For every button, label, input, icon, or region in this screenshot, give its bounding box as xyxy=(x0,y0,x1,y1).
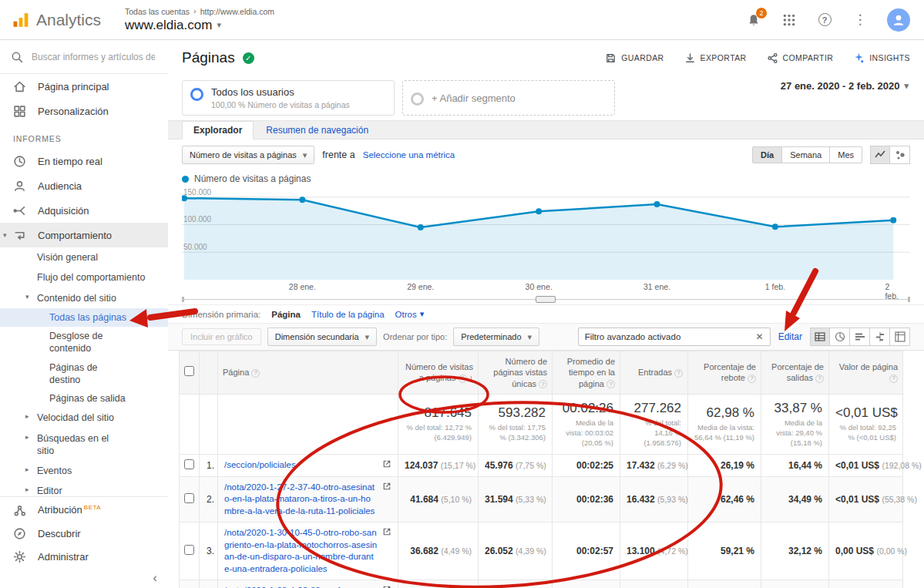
pivot-view-button[interactable] xyxy=(890,328,910,346)
app-header: Analytics Todas las cuentas › http://www… xyxy=(0,0,924,40)
row-checkbox[interactable] xyxy=(184,545,194,555)
sidebar-item-site-search[interactable]: ▸ Búsquedas en el sitio xyxy=(0,428,168,462)
help-button[interactable]: ? xyxy=(816,12,833,29)
sidebar-item-behavior-flow[interactable]: Flujo del comportamiento xyxy=(0,267,168,287)
analytics-logo[interactable]: Analytics xyxy=(0,11,108,29)
insights-label: INSIGHTS xyxy=(869,53,910,62)
sidebar-item-exit-pages[interactable]: Páginas de salida xyxy=(0,389,168,408)
table-row[interactable]: 3. /nota/2020-1-30-10-45-0-otro-robo-san… xyxy=(180,522,903,580)
granularity-day-button[interactable]: Día xyxy=(752,146,782,163)
sort-type-dropdown[interactable]: Predeterminado ▾ xyxy=(453,328,539,346)
table-row[interactable]: 4. /nota/2020-1-28-4-28-32-confeso-que-m… xyxy=(180,580,903,588)
column-header-exit-rate[interactable]: Porcentaje de salidas? xyxy=(761,351,829,395)
select-metric-link[interactable]: Seleccione una métrica xyxy=(363,150,455,160)
reports-section-label: INFORMES xyxy=(0,123,168,149)
chart-scrollbar[interactable] xyxy=(182,295,910,304)
sidebar-collapse-button[interactable]: ‹ xyxy=(0,568,168,588)
save-button[interactable]: GUARDAR xyxy=(605,52,664,64)
segment-all-users[interactable]: Todos los usuarios 100,00 % Número de vi… xyxy=(182,80,395,116)
sidebar-item-content-drilldown[interactable]: Desglose de contenido xyxy=(0,327,168,358)
scrollbar-handle[interactable] xyxy=(536,296,556,303)
sidebar-item-events[interactable]: ▸ Eventos xyxy=(0,461,168,481)
row-checkbox[interactable] xyxy=(184,459,194,469)
column-header-bounce-rate[interactable]: Porcentaje de rebote? xyxy=(688,351,761,395)
date-range-selector[interactable]: 27 ene. 2020 - 2 feb. 2020 ▾ xyxy=(781,80,909,92)
column-header-unique-pageviews[interactable]: Número de páginas vistas únicas? xyxy=(479,351,553,395)
advanced-filter-box[interactable]: Filtro avanzado activado ✕ xyxy=(578,328,771,346)
select-all-checkbox[interactable] xyxy=(184,366,194,376)
column-header-page-value[interactable]: Valor de página? xyxy=(829,351,903,395)
segment-circle-icon xyxy=(190,88,203,101)
column-header-avg-time[interactable]: Promedio de tiempo en la página? xyxy=(553,351,620,395)
external-link-icon[interactable] xyxy=(382,585,391,588)
primary-dimension-label: Dimensión primaria: xyxy=(182,310,260,319)
edit-filter-link[interactable]: Editar xyxy=(778,331,802,342)
tab-navigation-summary[interactable]: Resumen de navegación xyxy=(255,122,379,139)
share-button[interactable]: COMPARTIR xyxy=(767,52,834,64)
column-header-entrances[interactable]: Entradas? xyxy=(620,351,688,395)
sidebar-item-admin[interactable]: Administrar xyxy=(0,545,168,568)
export-button[interactable]: EXPORTAR xyxy=(684,52,747,64)
line-chart-type-button[interactable] xyxy=(870,146,890,164)
percentage-view-button[interactable] xyxy=(830,328,850,346)
apps-grid-button[interactable] xyxy=(781,12,798,29)
sidebar-item-site-speed[interactable]: ▸ Velocidad del sitio xyxy=(0,408,168,428)
data-point[interactable] xyxy=(654,201,660,207)
table-row[interactable]: 1. /seccion/policiales 124.037 (15,17 %)… xyxy=(180,455,903,477)
dimension-page[interactable]: Página xyxy=(271,310,301,319)
column-header-page[interactable]: Página? xyxy=(218,351,398,395)
secondary-dimension-dropdown[interactable]: Dimensión secundaria ▾ xyxy=(267,328,377,346)
granularity-month-button[interactable]: Mes xyxy=(830,146,862,163)
column-header-pageviews[interactable]: Número de visitas a páginas?↓ xyxy=(398,351,479,395)
page-link[interactable]: /seccion/policiales xyxy=(224,459,378,472)
close-icon[interactable]: ✕ xyxy=(756,331,764,342)
sidebar-item-realtime[interactable]: En tiempo real xyxy=(0,149,168,173)
timeline-plot[interactable]: 50.000100.000150.000 xyxy=(182,189,910,280)
sidebar-item-landing-pages[interactable]: Páginas de destino xyxy=(0,358,168,390)
breadcrumb[interactable]: Todas las cuentas › http://www.eldia.com xyxy=(125,7,274,16)
page-link[interactable]: /nota/2020-1-30-10-45-0-otro-robo-sangri… xyxy=(224,527,378,575)
table-row[interactable]: 2. /nota/2020-1-27-2-37-40-otro-asesinat… xyxy=(180,476,903,522)
plot-rows-button[interactable]: Incluir en gráfico xyxy=(182,328,261,345)
granularity-week-button[interactable]: Semana xyxy=(782,146,830,163)
motion-chart-type-button[interactable] xyxy=(890,146,910,164)
metric-selector-dropdown[interactable]: Número de visitas a páginas ▾ xyxy=(182,146,314,164)
data-point[interactable] xyxy=(890,217,896,223)
sidebar-item-audience[interactable]: Audiencia xyxy=(0,173,168,198)
user-avatar[interactable] xyxy=(887,8,910,32)
tab-explorer[interactable]: Explorador xyxy=(182,121,254,139)
data-point[interactable] xyxy=(418,224,424,230)
page-link[interactable]: /nota/2020-1-27-2-37-40-otro-asesinato-e… xyxy=(224,482,378,518)
sidebar-item-behavior[interactable]: ▾ Comportamiento xyxy=(0,223,168,247)
insights-button[interactable]: INSIGHTS xyxy=(853,52,910,64)
sidebar-item-attribution[interactable]: AtribuciónBETA xyxy=(0,499,168,522)
page-link[interactable]: /nota/2020-1-28-4-28-32-confeso-que-mato… xyxy=(224,585,378,588)
sidebar-item-acquisition[interactable]: Adquisición xyxy=(0,198,168,223)
sidebar-item-all-pages[interactable]: Todas las páginas xyxy=(0,308,168,327)
data-point[interactable] xyxy=(299,197,305,203)
breadcrumb-property[interactable]: http://www.eldia.com xyxy=(200,7,274,16)
sidebar-item-customization[interactable]: Personalización xyxy=(0,99,168,123)
search-input[interactable] xyxy=(32,52,155,62)
add-segment-button[interactable]: + Añadir segmento xyxy=(402,80,615,116)
data-point[interactable] xyxy=(772,223,778,230)
breadcrumb-root[interactable]: Todas las cuentas xyxy=(125,7,190,16)
row-checkbox[interactable] xyxy=(184,493,194,503)
external-link-icon[interactable] xyxy=(382,527,391,536)
data-table-view-button[interactable] xyxy=(810,328,830,346)
external-link-icon[interactable] xyxy=(382,459,391,469)
sidebar-item-discover[interactable]: Descubrir xyxy=(0,522,168,545)
sidebar-item-site-content[interactable]: ▾ Contenido del sitio xyxy=(0,288,168,308)
sidebar-item-behavior-overview[interactable]: Visión general xyxy=(0,247,168,267)
sidebar-item-home[interactable]: Página principal xyxy=(0,74,168,99)
notifications-button[interactable]: 2 xyxy=(745,12,762,29)
dimension-other[interactable]: Otros ▾ xyxy=(395,310,425,319)
data-point[interactable] xyxy=(536,208,542,214)
performance-view-button[interactable] xyxy=(850,328,870,346)
account-selector[interactable]: www.eldia.com ▾ xyxy=(125,18,274,33)
comparison-view-button[interactable] xyxy=(870,328,890,346)
external-link-icon[interactable] xyxy=(382,482,391,491)
more-menu-button[interactable]: ⋮ xyxy=(852,12,869,29)
dimension-page-title[interactable]: Título de la página xyxy=(311,310,385,319)
sidebar-search[interactable] xyxy=(0,40,168,74)
